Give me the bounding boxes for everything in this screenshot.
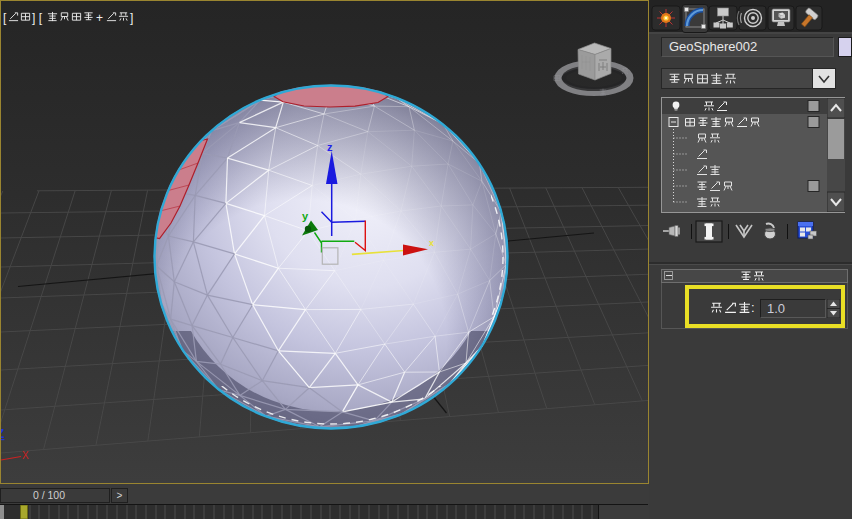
svg-text:+: + bbox=[96, 11, 103, 25]
svg-text:y: y bbox=[302, 210, 309, 222]
svg-text:Z: Z bbox=[1, 427, 4, 441]
svg-text:]: ] bbox=[130, 11, 133, 25]
svg-text:] [: ] [ bbox=[32, 11, 43, 25]
svg-text::: : bbox=[751, 301, 755, 315]
svg-text:[: [ bbox=[3, 11, 7, 25]
svg-text:X: X bbox=[22, 450, 29, 461]
svg-text:z: z bbox=[327, 141, 333, 153]
svg-text:x: x bbox=[429, 238, 434, 248]
